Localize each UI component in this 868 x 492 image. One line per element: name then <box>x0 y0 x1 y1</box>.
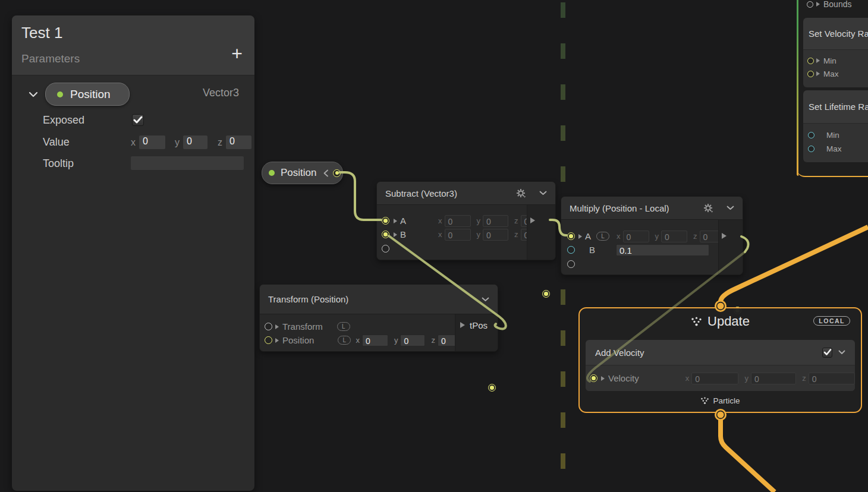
y-axis-label: y <box>744 374 749 383</box>
position-output-port[interactable] <box>333 169 341 177</box>
subtract-node[interactable]: Subtract (Vector3) A x 0 y 0 z <box>376 181 556 260</box>
expand-triangle-icon[interactable] <box>816 71 820 76</box>
min-input-port[interactable] <box>808 132 814 138</box>
multiply-a-input-port[interactable] <box>567 232 575 240</box>
subtract-output-port[interactable] <box>542 290 550 298</box>
local-space-badge[interactable]: L <box>596 232 609 241</box>
position-x-field[interactable]: 0 <box>362 335 388 346</box>
velocity-z-field[interactable]: 0 <box>809 373 855 384</box>
x-axis-label: x <box>685 374 690 383</box>
velocity-y-field[interactable]: 0 <box>751 373 796 384</box>
local-space-badge[interactable]: L <box>338 336 351 345</box>
a-y-field[interactable]: 0 <box>661 231 687 242</box>
z-axis-label: z <box>218 137 222 148</box>
multiply-node[interactable]: Multiply (Position - Local) A L x 0 <box>561 196 743 275</box>
expand-triangle-icon[interactable] <box>816 58 820 63</box>
add-parameter-button[interactable]: + <box>231 44 243 63</box>
multiply-b-input-port[interactable] <box>567 246 575 254</box>
parameter-node-label: Position <box>281 167 316 179</box>
x-axis-label: x <box>438 216 442 225</box>
expand-triangle-icon[interactable] <box>816 2 820 7</box>
value-y-field[interactable]: 0 <box>183 135 207 149</box>
velocity-min-row: Min <box>807 54 868 67</box>
node-collapse-button[interactable] <box>727 206 734 210</box>
blackboard-header: Test 1 Parameters + <box>12 15 254 75</box>
edge-position-to-subtract-a[interactable] <box>339 172 381 220</box>
a-x-field[interactable]: 0 <box>623 231 649 242</box>
row-label: A <box>400 216 406 226</box>
multiply-row-b: B 0.1 <box>567 243 743 257</box>
set-velocity-random-block[interactable]: Set Velocity Ra Min Max <box>803 18 868 83</box>
max-input-port[interactable] <box>807 71 814 77</box>
position-parameter-node[interactable]: Position <box>262 162 343 184</box>
exposed-checkbox[interactable] <box>132 114 144 126</box>
max-label: Max <box>823 70 839 78</box>
velocity-row: Velocity x 0 y 0 z 0 <box>586 365 855 391</box>
value-x-field[interactable]: 0 <box>139 135 165 149</box>
expand-triangle-icon[interactable] <box>601 376 605 381</box>
max-label: Max <box>826 144 842 153</box>
parameter-pill-position[interactable]: Position <box>45 83 130 106</box>
node-settings-button[interactable] <box>516 188 526 198</box>
position-y-field[interactable]: 0 <box>400 335 425 346</box>
lifetime-min-row: Min <box>808 128 868 142</box>
block-enabled-checkbox[interactable] <box>822 348 832 358</box>
b-x-field[interactable]: 0 <box>445 229 471 241</box>
add-velocity-block-header: Add Velocity <box>586 340 855 365</box>
bounds-input-port[interactable] <box>807 1 813 8</box>
transform-node[interactable]: Transform (Position) Transform L Positio… <box>259 284 498 352</box>
chevron-down-icon <box>482 297 489 302</box>
block-collapse-button[interactable] <box>838 350 845 355</box>
a-y-field[interactable]: 0 <box>483 215 508 227</box>
value-z-field[interactable]: 0 <box>226 135 251 149</box>
row-label: Position <box>282 335 314 345</box>
add-velocity-block[interactable]: Add Velocity Velocity x 0 y 0 z 0 <box>586 340 855 391</box>
gear-icon <box>516 188 526 198</box>
velocity-input-port[interactable] <box>590 374 597 382</box>
node-settings-button[interactable] <box>703 203 713 213</box>
chevron-down-icon <box>838 350 845 355</box>
x-axis-label: x <box>131 137 136 148</box>
y-axis-label: y <box>477 230 481 239</box>
position-input-port[interactable] <box>265 336 272 344</box>
collapse-left-icon[interactable] <box>323 169 328 177</box>
subtract-node-titlebar: Subtract (Vector3) <box>377 182 555 205</box>
min-input-port[interactable] <box>807 58 814 64</box>
expand-triangle-icon[interactable] <box>275 324 279 329</box>
expand-triangle-icon[interactable] <box>394 219 397 223</box>
b-value-field[interactable]: 0.1 <box>616 244 709 256</box>
z-axis-label: z <box>431 336 435 345</box>
max-input-port[interactable] <box>808 146 814 152</box>
node-collapse-button[interactable] <box>482 297 489 302</box>
multiply-output-column <box>718 220 743 275</box>
initialize-context-left-border <box>797 0 798 176</box>
set-lifetime-random-block[interactable]: Set Lifetime Ra Min Max <box>803 90 868 157</box>
subtract-a-input-port[interactable] <box>382 217 389 225</box>
expand-triangle-icon[interactable] <box>275 338 279 343</box>
expand-triangle-icon[interactable] <box>578 234 582 239</box>
output-triangle-icon <box>722 233 727 239</box>
multiply-extra-input-port[interactable] <box>567 260 575 268</box>
local-space-context-badge[interactable]: LOCAL <box>813 316 850 326</box>
subtract-output-column <box>527 205 555 260</box>
velocity-x-field[interactable]: 0 <box>691 373 738 384</box>
tooltip-field[interactable] <box>131 156 244 170</box>
local-space-badge[interactable]: L <box>337 322 350 331</box>
initialize-context[interactable]: Bounds Set Velocity Ra Min Max Set Lifet… <box>797 0 868 177</box>
subtract-b-input-port[interactable] <box>382 231 389 238</box>
tpos-output-port[interactable] <box>488 384 496 392</box>
update-context[interactable]: Update LOCAL Add Velocity Velocity x 0 y <box>578 307 862 413</box>
flow-edge-update-to-output[interactable] <box>721 420 775 492</box>
row-label: B <box>589 245 595 255</box>
update-context-header: Update LOCAL <box>580 308 861 335</box>
subtract-extra-input-port[interactable] <box>382 245 389 253</box>
chevron-down-icon <box>727 206 734 210</box>
velocity-max-row: Max <box>807 67 868 80</box>
chevron-down-icon[interactable] <box>29 92 38 97</box>
a-x-field[interactable]: 0 <box>445 215 471 227</box>
b-y-field[interactable]: 0 <box>483 229 508 241</box>
node-collapse-button[interactable] <box>539 191 547 195</box>
transform-input-port[interactable] <box>265 323 272 330</box>
expand-triangle-icon[interactable] <box>394 232 397 237</box>
y-axis-label: y <box>655 232 659 241</box>
